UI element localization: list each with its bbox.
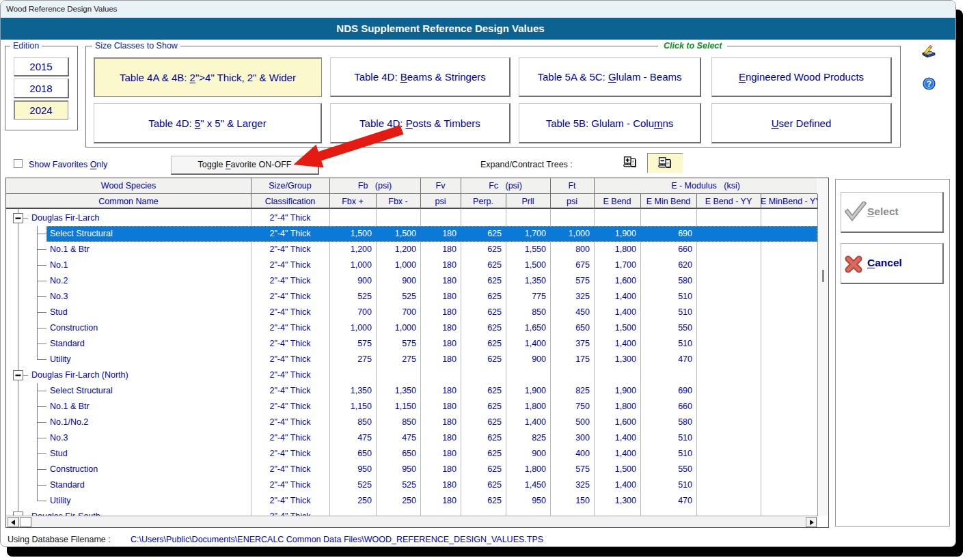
svg-text:?: ? <box>927 79 931 89</box>
